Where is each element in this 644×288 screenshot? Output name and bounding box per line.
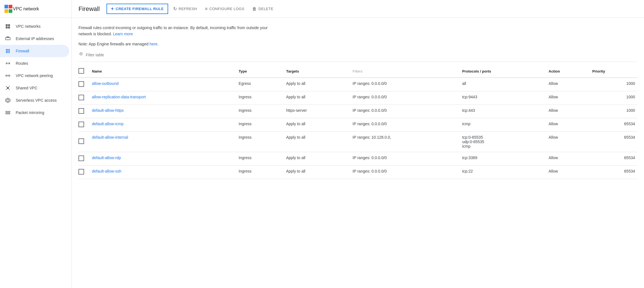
table-row: allow-outbound Egress Apply to all IP ra…	[78, 78, 637, 91]
row-type-4: Ingress	[237, 131, 284, 152]
row-action-3: Allow	[546, 118, 590, 131]
sidebar-item-label-firewall: Firewall	[16, 49, 29, 53]
refresh-button[interactable]: ↻ REFRESH	[170, 4, 200, 13]
description-main: Firewall rules control incoming or outgo…	[78, 25, 268, 36]
refresh-label: REFRESH	[179, 7, 197, 11]
row-action-4: Allow	[546, 131, 590, 152]
sidebar-nav: VPC networks External IP addresses Firew…	[0, 18, 71, 121]
table-row: default-allow-icmp Ingress Apply to all …	[78, 118, 637, 131]
row-name-3[interactable]: default-allow-icmp	[90, 118, 237, 131]
row-type-2: Ingress	[237, 104, 284, 118]
row-filters-1: IP ranges: 0.0.0.0/0	[350, 91, 460, 104]
svg-marker-8	[7, 99, 9, 101]
delete-button[interactable]: 🗑 DELETE	[249, 5, 276, 13]
delete-label: DELETE	[258, 7, 274, 11]
row-checkbox-3[interactable]	[78, 122, 84, 127]
sidebar-item-serverless-vpc[interactable]: Serverless VPC access	[0, 94, 69, 106]
filter-row	[78, 52, 637, 62]
table-row: default-allow-rdp Ingress Apply to all I…	[78, 152, 637, 165]
row-name-1[interactable]: allow-replication-data-transport	[90, 91, 237, 104]
sidebar-item-label-serverless-vpc: Serverless VPC access	[16, 98, 57, 103]
row-filters-6: IP ranges: 0.0.0.0/0	[350, 165, 460, 179]
app-logo	[4, 5, 13, 13]
row-filters-4: IP ranges: 10.128.0.0,	[350, 131, 460, 152]
row-priority-0: 1000	[590, 78, 637, 91]
sidebar-item-packet-mirroring[interactable]: Packet mirroring	[0, 106, 69, 119]
col-header-targets[interactable]: Targets	[284, 65, 350, 78]
row-protocols-1: tcp:9443	[460, 91, 546, 104]
rules-table: Name Type Targets Filters Protocols / po…	[78, 65, 637, 179]
sidebar-item-firewall[interactable]: Firewall	[0, 45, 69, 57]
row-targets-2: https-server	[284, 104, 350, 118]
row-protocols-2: tcp:443	[460, 104, 546, 118]
configure-label: CONFIGURE LOGS	[209, 7, 244, 11]
row-checkbox-cell	[78, 165, 90, 179]
description-text: Firewall rules control incoming or outgo…	[78, 25, 275, 37]
row-name-6[interactable]: default-allow-ssh	[90, 165, 237, 179]
col-header-type[interactable]: Type	[237, 65, 284, 78]
row-priority-5: 65534	[590, 152, 637, 165]
row-name-5[interactable]: default-allow-rdp	[90, 152, 237, 165]
row-priority-6: 65534	[590, 165, 637, 179]
row-type-3: Ingress	[237, 118, 284, 131]
create-firewall-rule-button[interactable]: + CREATE FIREWALL RULE	[106, 4, 168, 14]
col-header-action[interactable]: Action	[546, 65, 590, 78]
svg-point-3	[6, 75, 7, 76]
here-link[interactable]: here	[150, 42, 157, 46]
svg-point-4	[9, 75, 10, 76]
sidebar-item-vpc-networks[interactable]: VPC networks	[0, 20, 69, 32]
row-name-4[interactable]: default-allow-internal	[90, 131, 237, 152]
row-filters-2: IP ranges: 0.0.0.0/0	[350, 104, 460, 118]
sidebar: VPC network VPC networks External IP add…	[0, 0, 72, 288]
col-header-priority[interactable]: Priority	[590, 65, 637, 78]
select-all-checkbox[interactable]	[78, 68, 84, 74]
row-priority-2: 1000	[590, 104, 637, 118]
main-content: Firewall + CREATE FIREWALL RULE ↻ REFRES…	[72, 0, 644, 288]
col-header-filters[interactable]: Filters	[350, 65, 460, 78]
table-body: allow-outbound Egress Apply to all IP ra…	[78, 78, 637, 179]
row-filters-0: IP ranges: 0.0.0.0/0	[350, 78, 460, 91]
row-targets-6: Apply to all	[284, 165, 350, 179]
routes-icon	[4, 60, 11, 67]
page-title: Firewall	[78, 5, 100, 13]
row-checkbox-2[interactable]	[78, 108, 84, 114]
sidebar-item-label-vpc-peering: VPC network peering	[16, 73, 53, 78]
sidebar-item-shared-vpc[interactable]: Shared VPC	[0, 82, 69, 94]
row-targets-3: Apply to all	[284, 118, 350, 131]
row-action-5: Allow	[546, 152, 590, 165]
row-checkbox-5[interactable]	[78, 155, 84, 161]
firewall-table: Name Type Targets Filters Protocols / po…	[78, 65, 637, 179]
row-checkbox-0[interactable]	[78, 81, 84, 87]
row-priority-4: 65534	[590, 131, 637, 152]
sidebar-item-routes[interactable]: Routes	[0, 57, 69, 69]
sidebar-item-external-ip[interactable]: External IP addresses	[0, 32, 69, 45]
sidebar-item-vpc-peering[interactable]: VPC network peering	[0, 69, 69, 82]
configure-logs-button[interactable]: ≡ CONFIGURE LOGS	[202, 5, 247, 13]
configure-icon: ≡	[205, 6, 208, 11]
svg-rect-6	[7, 87, 9, 89]
delete-icon: 🗑	[252, 6, 257, 11]
row-filters-3: IP ranges: 0.0.0.0/0	[350, 118, 460, 131]
svg-rect-10	[6, 113, 10, 114]
row-filters-5: IP ranges: 0.0.0.0/0	[350, 152, 460, 165]
row-checkbox-6[interactable]	[78, 169, 84, 175]
row-checkbox-cell	[78, 152, 90, 165]
row-checkbox-4[interactable]	[78, 138, 84, 144]
row-name-2[interactable]: default-allow-https	[90, 104, 237, 118]
row-type-0: Egress	[237, 78, 284, 91]
filter-input[interactable]	[86, 53, 637, 57]
sidebar-title: VPC network	[13, 6, 39, 11]
topbar: Firewall + CREATE FIREWALL RULE ↻ REFRES…	[72, 0, 644, 18]
row-targets-4: Apply to all	[284, 131, 350, 152]
sidebar-header: VPC network	[0, 0, 71, 18]
note-text: Note: App Engine firewalls are managed h…	[78, 42, 637, 46]
row-targets-5: Apply to all	[284, 152, 350, 165]
row-name-0[interactable]: allow-outbound	[90, 78, 237, 91]
col-header-protocols[interactable]: Protocols / ports	[460, 65, 546, 78]
sidebar-item-label-packet-mirroring: Packet mirroring	[16, 110, 44, 115]
row-checkbox-1[interactable]	[78, 95, 84, 100]
firewall-icon	[4, 48, 11, 54]
learn-more-link[interactable]: Learn more	[113, 32, 133, 36]
table-header: Name Type Targets Filters Protocols / po…	[78, 65, 637, 78]
col-header-name[interactable]: Name	[90, 65, 237, 78]
